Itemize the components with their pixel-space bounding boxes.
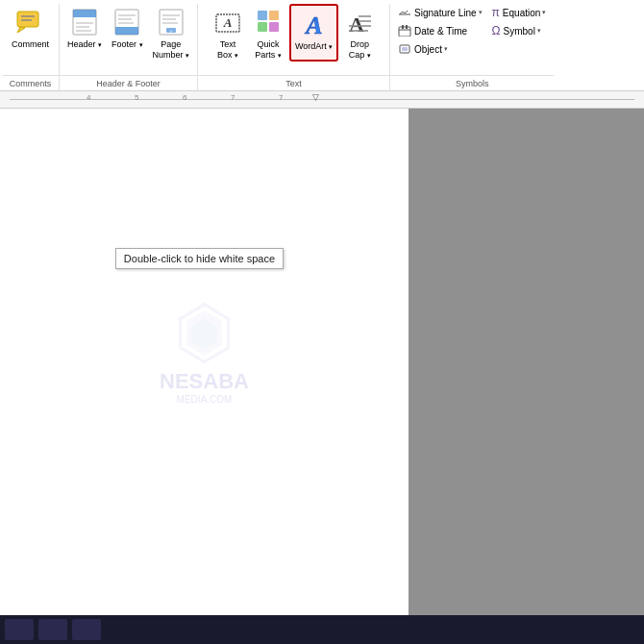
object-button[interactable]: Object ▾ (394, 40, 486, 58)
symbol-label: Symbol (504, 26, 535, 37)
word-art-label: WordArt ▾ (295, 41, 333, 52)
word-art-button[interactable]: A WordArt ▾ (289, 4, 338, 62)
text-box-button[interactable]: A TextBox ▾ (209, 4, 247, 62)
ribbon-content: Comment Comments (0, 0, 644, 90)
watermark: NESABA MEDIA.COM (160, 299, 249, 404)
ribbon-group-header-footer: Header ▾ Footer ▾ (60, 4, 198, 90)
taskbar (0, 615, 644, 644)
svg-rect-35 (402, 25, 404, 29)
drop-cap-icon: A (344, 7, 375, 37)
ruler-mark-7: 7 (231, 93, 235, 102)
symbols-right-col: π Equation ▾ Ω Symbol ▾ (488, 4, 551, 55)
equation-icon-symbol: π (492, 6, 500, 19)
ribbon-group-symbols: Signature Line ▾ Date & Time Object ▾ (390, 4, 554, 90)
ribbon: Comment Comments (0, 0, 644, 91)
svg-rect-0 (17, 12, 38, 27)
svg-rect-5 (73, 10, 96, 17)
date-time-label: Date & Time (414, 26, 467, 37)
footer-button[interactable]: Footer ▾ (108, 4, 147, 62)
header-label: Header ▾ (67, 39, 102, 50)
object-label: Object (414, 44, 442, 55)
date-time-button[interactable]: Date & Time (394, 22, 486, 39)
comments-group-label: Comments (2, 75, 59, 90)
page-number-button[interactable]: # PageNumber ▾ (149, 4, 194, 62)
text-group-label: Text (198, 75, 389, 90)
page-number-label: PageNumber ▾ (153, 39, 190, 61)
comment-label: Comment (12, 39, 49, 50)
object-dropdown-arrow: ▾ (444, 45, 448, 53)
watermark-subtext: MEDIA.COM (177, 393, 233, 404)
footer-icon (111, 7, 142, 37)
watermark-logo (171, 299, 238, 366)
drop-cap-button[interactable]: A DropCap ▾ (340, 4, 379, 62)
ribbon-group-comments: Comment Comments (2, 4, 60, 90)
svg-rect-33 (399, 27, 410, 37)
symbols-group-label: Symbols (390, 75, 554, 90)
svg-marker-1 (17, 27, 25, 33)
taskbar-item-1[interactable] (5, 619, 34, 640)
svg-rect-23 (269, 11, 279, 20)
taskbar-item-2[interactable] (38, 619, 67, 640)
header-button[interactable]: Header ▾ (63, 4, 106, 62)
signature-line-icon (398, 7, 411, 18)
header-footer-group-label: Header & Footer (60, 75, 197, 90)
text-box-label: TextBox ▾ (217, 39, 238, 61)
word-art-icon: A (299, 9, 330, 39)
ruler-mark-7-right: 7 (279, 93, 283, 102)
doc-wrapper: NESABA MEDIA.COM Double-click to hide wh… (0, 109, 644, 615)
page-gray (409, 109, 644, 615)
ruler-line (10, 99, 634, 100)
document-area: NESABA MEDIA.COM Double-click to hide wh… (0, 109, 644, 615)
ribbon-group-text: A TextBox ▾ QuickPart (198, 4, 390, 90)
taskbar-item-3[interactable] (72, 619, 101, 640)
svg-text:A: A (223, 15, 233, 30)
ruler-mark-4: 4 (87, 93, 90, 102)
svg-rect-25 (269, 22, 279, 32)
comment-icon (14, 7, 45, 37)
comment-button[interactable]: Comment (8, 4, 53, 62)
symbol-button[interactable]: Ω Symbol ▾ (488, 22, 551, 39)
svg-rect-10 (115, 27, 138, 35)
ruler-content: 4 5 6 7 7 ▽ (10, 91, 634, 108)
equation-label: Equation (503, 8, 540, 18)
equation-dropdown-arrow: ▾ (542, 9, 546, 16)
page-number-icon: # (156, 7, 186, 37)
ruler-mark-6: 6 (183, 93, 186, 102)
symbol-dropdown-arrow: ▾ (537, 27, 541, 35)
svg-rect-38 (402, 47, 408, 51)
text-box-icon: A (212, 7, 243, 37)
symbol-icon-omega: Ω (492, 24, 501, 37)
svg-rect-36 (406, 25, 408, 29)
ruler: 4 5 6 7 7 ▽ (0, 91, 644, 109)
header-icon (69, 7, 100, 37)
symbols-left-col: Signature Line ▾ Date & Time Object ▾ (394, 4, 486, 73)
quick-parts-button[interactable]: QuickParts ▾ (249, 4, 287, 62)
ruler-mark-5: 5 (135, 93, 138, 102)
equation-button[interactable]: π Equation ▾ (488, 4, 551, 21)
quick-parts-label: QuickParts ▾ (255, 39, 282, 61)
svg-text:A: A (304, 12, 322, 39)
drop-cap-label: DropCap ▾ (349, 39, 371, 61)
watermark-text: NESABA (160, 368, 249, 393)
object-icon (398, 43, 411, 55)
signature-line-label: Signature Line (414, 8, 477, 18)
ruler-triangle: ▽ (312, 92, 319, 102)
date-time-icon (398, 25, 411, 37)
svg-rect-22 (258, 11, 267, 20)
tooltip: Double-click to hide white space (115, 248, 284, 269)
page-white[interactable]: NESABA MEDIA.COM Double-click to hide wh… (0, 109, 409, 615)
footer-label: Footer ▾ (111, 39, 143, 50)
signature-line-button[interactable]: Signature Line ▾ (394, 4, 486, 21)
signature-dropdown-arrow: ▾ (479, 9, 483, 16)
svg-rect-24 (258, 22, 267, 32)
quick-parts-icon (253, 7, 284, 37)
